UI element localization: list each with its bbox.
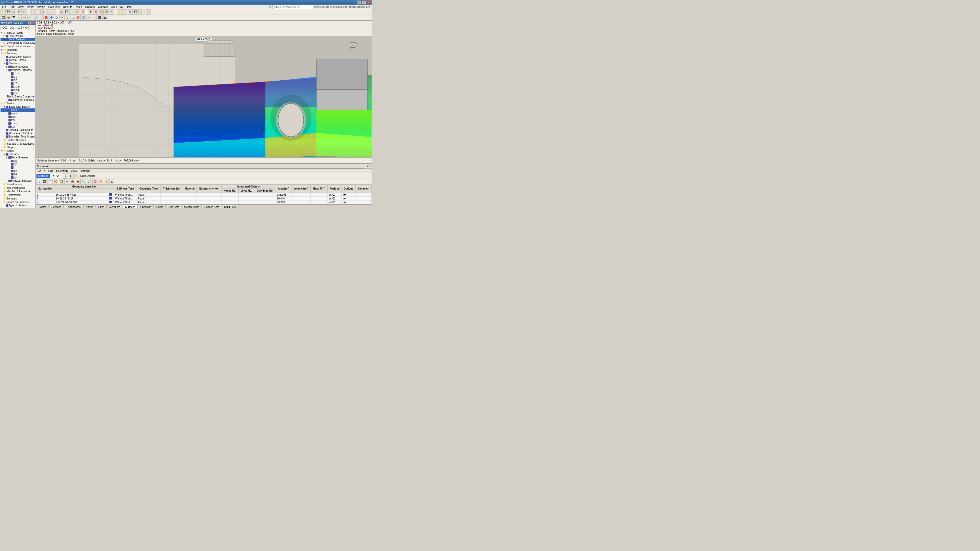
tree-node-33[interactable]: 📁Isotropic Characteristics bbox=[0, 142, 35, 145]
bottom-tab-lines[interactable]: Lines bbox=[96, 205, 107, 208]
table-toolbar2-btn-6[interactable]: 📤 bbox=[70, 179, 75, 184]
toolbar2-btn-0[interactable]: 🔲 bbox=[0, 15, 6, 20]
tree-node-9[interactable]: ▼Stresses bbox=[0, 62, 35, 65]
tree-node-36[interactable]: ▼Stresses bbox=[0, 152, 35, 156]
tree-node-30[interactable]: Maximum Total Strains bbox=[0, 132, 35, 135]
table-menu-selection[interactable]: Selection bbox=[55, 168, 69, 173]
tree-node-6[interactable]: ▼📁Surfaces bbox=[0, 52, 35, 55]
bottom-tab-members[interactable]: Members bbox=[107, 205, 123, 208]
toolbar2-btn-14[interactable]: 🎯 bbox=[76, 15, 81, 20]
tree-node-15[interactable]: σ2,- bbox=[0, 82, 35, 85]
bottom-tab-sections[interactable]: Sections bbox=[49, 205, 64, 208]
table-menu-go-to[interactable]: Go To bbox=[36, 168, 47, 173]
toolbar-btn-8[interactable]: 📐 bbox=[46, 10, 51, 14]
basic-objects-button[interactable]: 📐 Basic Objects bbox=[74, 174, 97, 178]
toolbar-btn-15[interactable]: ➕ bbox=[88, 10, 93, 14]
tree-node-4[interactable]: ▶📁Global Deformations bbox=[0, 44, 35, 48]
tree-node-14[interactable]: σ2,+ bbox=[0, 78, 35, 82]
table-toolbar2-btn-1[interactable]: 🔲 bbox=[42, 179, 47, 184]
tree-node-22[interactable]: ▼Basic Total Strains bbox=[0, 105, 35, 108]
toolbar-btn-6[interactable]: ↪ bbox=[35, 10, 40, 14]
toolbar2-btn-3[interactable]: 📐 bbox=[17, 15, 22, 20]
menu-item-assign[interactable]: Assign bbox=[35, 5, 47, 9]
toolbar2-btn-7[interactable]: ⬜ bbox=[38, 15, 43, 20]
menu-item-window[interactable]: Window bbox=[96, 5, 109, 9]
tree-node-41[interactable]: τxy bbox=[0, 169, 35, 172]
close-button[interactable]: ✕ bbox=[366, 0, 371, 4]
toolbar2-btn-1[interactable]: 📦 bbox=[6, 15, 11, 20]
toolbar2-btn-8[interactable]: 🟥 bbox=[43, 15, 48, 20]
nav-pin-button[interactable]: 📌 bbox=[28, 21, 31, 24]
tree-node-45[interactable]: 📁Result Values bbox=[0, 183, 35, 186]
tree-node-20[interactable]: Equivalent Stresses bbox=[0, 98, 35, 102]
tree-node-26[interactable]: εyy,- bbox=[0, 118, 35, 122]
toolbar-btn-1[interactable]: 💾 bbox=[6, 10, 11, 14]
toolbar-btn-9[interactable]: 📏 bbox=[51, 10, 56, 14]
data-table[interactable]: Surface No. Boundary Lines No. Stiffness… bbox=[36, 184, 372, 204]
maximize-button[interactable]: □ bbox=[362, 0, 366, 4]
toolbar-btn-5[interactable]: ↩ bbox=[30, 10, 35, 14]
table-toolbar2-btn-5[interactable]: ⚙ bbox=[64, 179, 69, 184]
toolbar-btn-14[interactable]: 📌 bbox=[80, 10, 85, 14]
toolbar2-btn-11[interactable]: ⚙ bbox=[59, 15, 65, 20]
toolbar2-btn-5[interactable]: 🔍 bbox=[27, 15, 32, 20]
menu-item-calculate[interactable]: Calculate bbox=[47, 5, 62, 9]
table-toolbar2-btn-11[interactable]: 📌 bbox=[98, 179, 103, 184]
bottom-tab-tables[interactable]: Tables bbox=[37, 205, 49, 208]
table-toolbar2-btn-10[interactable]: ⭕ bbox=[92, 179, 97, 184]
toolbar2-btn-13[interactable]: 📊 bbox=[70, 15, 75, 20]
toolbar-btn-13[interactable]: 🎨 bbox=[75, 10, 80, 14]
tree-node-19[interactable]: Elastic Stress Components bbox=[0, 95, 35, 98]
tree-node-23[interactable]: εxx,+ bbox=[0, 108, 35, 112]
toolbar-btn-7[interactable]: 🔍 bbox=[40, 10, 45, 14]
table-row[interactable]: 116,17,28,65-47,18Without Thick...Plane1… bbox=[36, 193, 372, 197]
tree-node-39[interactable]: σy bbox=[0, 162, 35, 166]
tree-node-40[interactable]: σz bbox=[0, 166, 35, 169]
menu-item-view[interactable]: View bbox=[16, 5, 25, 9]
tree-node-35[interactable]: ▼📁Solids bbox=[0, 149, 35, 152]
tree-node-48[interactable]: 📁Deformation bbox=[0, 193, 35, 197]
toolbar2-btn-10[interactable]: ⬡ bbox=[54, 15, 59, 20]
tree-node-12[interactable]: σ1,+ bbox=[0, 72, 35, 75]
tree-node-24[interactable]: εyy,+ bbox=[0, 112, 35, 115]
tree-node-31[interactable]: Equivalent Total Strains bbox=[0, 135, 35, 138]
toolbar-btn-23[interactable]: 🔲 bbox=[133, 10, 138, 14]
bottom-tab-nodes[interactable]: Nodes bbox=[83, 205, 95, 208]
bottom-tab-thicknesses[interactable]: Thicknesses bbox=[64, 205, 83, 208]
tree-node-42[interactable]: τxz bbox=[0, 172, 35, 176]
table-row[interactable]: 319-26,36-45,27Without Thick...Plane50.0… bbox=[36, 197, 372, 200]
toolbar2-btn-9[interactable]: 🔷 bbox=[49, 15, 54, 20]
tree-node-5[interactable]: ▶📁Members bbox=[0, 48, 35, 52]
tree-node-8[interactable]: Internal Forces bbox=[0, 59, 35, 62]
nav-load-combo[interactable]: CO2 - LC1 + LC2 + LC3 = LC4 bbox=[0, 26, 29, 30]
table-toolbar2-btn-0[interactable]: 📊 bbox=[36, 179, 41, 184]
tree-node-11[interactable]: ▼Principal Stresses bbox=[0, 68, 35, 72]
viewport[interactable]: XZ Global XYZ bbox=[36, 36, 372, 157]
toolbar2-btn-6[interactable]: 🔎 bbox=[33, 15, 38, 20]
structure-select[interactable]: ▼ bbox=[51, 174, 60, 178]
toolbar-btn-16[interactable]: ❌ bbox=[93, 10, 98, 14]
tree-node-47[interactable]: 📁Max/Min Information bbox=[0, 189, 35, 193]
tree-node-10[interactable]: ▶Basic Stresses bbox=[0, 65, 35, 68]
bottom-tab-surface-sets[interactable]: Surface Sets bbox=[202, 205, 221, 208]
table-prev-button[interactable]: ◄ bbox=[63, 173, 68, 179]
tree-node-16[interactable]: σ1,m bbox=[0, 85, 35, 88]
minimize-button[interactable]: ─ bbox=[357, 0, 361, 4]
tree-node-7[interactable]: Local Deformations bbox=[0, 55, 35, 59]
toolbar2-btn-16[interactable]: ↔ bbox=[86, 15, 91, 20]
tree-node-27[interactable]: εxy,+ bbox=[0, 122, 35, 125]
bottom-tab-member-sets[interactable]: Member Sets bbox=[182, 205, 202, 208]
search-input[interactable] bbox=[272, 5, 313, 9]
toolbar2-btn-4[interactable]: ✏ bbox=[22, 15, 27, 20]
tree-node-21[interactable]: ▼📁Strains bbox=[0, 102, 35, 105]
toolbar-btn-12[interactable]: 📊 bbox=[69, 10, 75, 14]
table-toolbar2-btn-7[interactable]: 📥 bbox=[76, 179, 81, 184]
toolbar-btn-19[interactable]: 🔧 bbox=[109, 10, 115, 14]
tree-node-43[interactable]: τyz bbox=[0, 176, 35, 179]
bottom-tab-surfaces[interactable]: Surfaces bbox=[123, 205, 137, 208]
bottom-tab-solid-sets[interactable]: Solid Sets bbox=[222, 205, 238, 208]
menu-item-cad-bim[interactable]: CAD-BIM bbox=[109, 5, 124, 9]
table-next-button[interactable]: ► bbox=[68, 173, 74, 179]
toolbar-btn-20[interactable]: 📐 bbox=[117, 10, 122, 14]
tree-node-13[interactable]: σ1,- bbox=[0, 75, 35, 78]
